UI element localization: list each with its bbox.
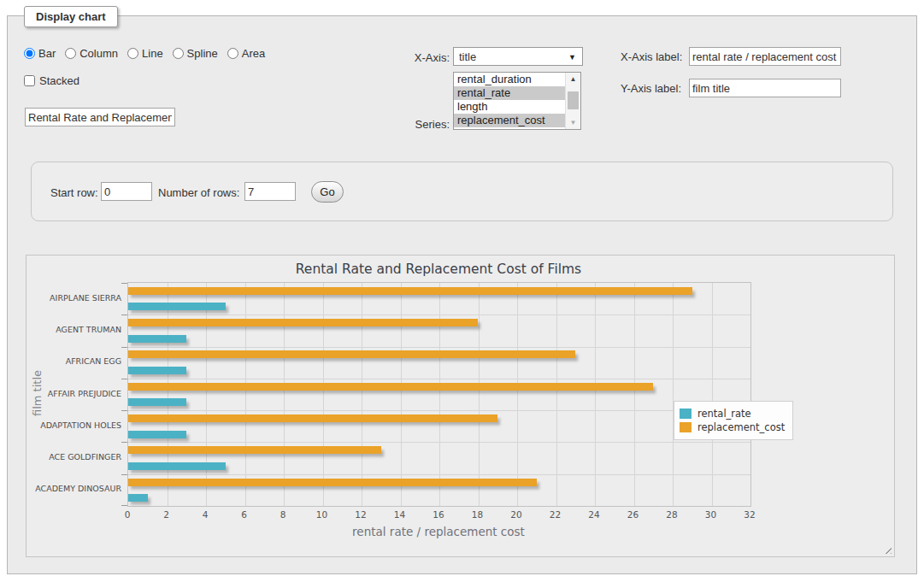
x-axis-tick-label: 12 <box>355 509 366 520</box>
y-axis-tick <box>121 410 127 411</box>
x-axis-select[interactable]: title ▼ <box>453 47 583 66</box>
gridline-vertical <box>439 283 440 506</box>
legend-swatch <box>680 409 692 419</box>
x-axis-tick-label: 0 <box>125 509 131 520</box>
y-axis-label-label: Y-Axis label: <box>621 82 681 95</box>
y-axis-tick <box>121 347 127 348</box>
chart-legend: rental_ratereplacement_cost <box>674 401 793 440</box>
scroll-down-icon[interactable]: ▼ <box>566 116 580 129</box>
chart-type-radio-spline[interactable] <box>173 48 184 59</box>
x-axis-tick-label: 18 <box>472 509 483 520</box>
x-axis-tick-label: 26 <box>627 509 639 520</box>
x-axis-label-input[interactable] <box>689 47 841 66</box>
y-axis-tick <box>121 474 127 475</box>
x-axis-tick-label: 22 <box>550 509 561 520</box>
bar-rental_rate <box>128 398 186 406</box>
y-axis-category-labels: AIRPLANE SIERRAAGENT TRUMANAFRICAN EGGAF… <box>26 282 121 505</box>
x-axis-tick-label: 24 <box>588 509 599 520</box>
gridline-horizontal <box>128 474 750 475</box>
bar-replacement_cost <box>128 319 478 326</box>
row-range-panel: Start row: Number of rows: Go <box>31 162 893 221</box>
x-axis-tick-label: 30 <box>705 509 716 520</box>
gridline-horizontal <box>128 347 750 348</box>
gridline-vertical <box>245 283 246 506</box>
num-rows-label: Number of rows: <box>158 186 239 199</box>
gridline-vertical <box>479 283 480 506</box>
gridline-vertical <box>712 283 713 506</box>
series-multiselect[interactable]: rental_durationrental_ratelengthreplacem… <box>453 72 581 130</box>
scrollbar-thumb[interactable] <box>568 91 579 109</box>
y-axis-tick <box>121 442 127 443</box>
series-option-replacement_cost[interactable]: replacement_cost <box>454 114 566 127</box>
chart-title-input[interactable] <box>25 108 175 126</box>
bar-rental_rate <box>128 367 186 374</box>
category-label: AFFAIR PREJUDICE <box>26 389 121 398</box>
gridline-horizontal <box>128 315 750 315</box>
stacked-label: Stacked <box>39 74 79 87</box>
gridline-horizontal <box>128 379 750 379</box>
x-axis-tick-label: 4 <box>203 509 209 520</box>
series-scrollbar[interactable]: ▲ ▼ <box>565 73 580 129</box>
x-axis-tick-label: 16 <box>433 509 444 520</box>
series-option-length[interactable]: length <box>454 100 566 114</box>
x-axis-tick-label: 20 <box>510 509 521 520</box>
chart-type-option-column[interactable]: Column <box>65 47 118 60</box>
chart-type-option-spline[interactable]: Spline <box>173 47 218 60</box>
chevron-down-icon: ▼ <box>568 48 576 67</box>
category-label: AIRPLANE SIERRA <box>26 293 121 303</box>
legend-label: rental_rate <box>697 408 751 420</box>
chart-type-radio-line[interactable] <box>127 48 138 59</box>
x-axis-tick-label: 32 <box>744 509 755 520</box>
x-axis-label-label: X-Axis label: <box>621 50 682 63</box>
x-axis-tick-label: 28 <box>666 509 677 520</box>
legend-swatch <box>680 422 692 432</box>
bar-replacement_cost <box>128 479 537 486</box>
chart-type-radio-area[interactable] <box>227 48 238 59</box>
gridline-vertical <box>323 283 324 506</box>
stacked-option[interactable]: Stacked <box>24 74 79 87</box>
bar-rental_rate <box>128 494 148 502</box>
go-button[interactable]: Go <box>311 181 344 203</box>
start-row-label: Start row: <box>50 186 98 199</box>
y-axis-tick <box>121 505 127 506</box>
chart-type-option-line[interactable]: Line <box>127 47 163 60</box>
series-select-label: Series: <box>414 118 450 131</box>
series-option-rental_rate[interactable]: rental_rate <box>454 86 566 100</box>
chart-type-radio-column[interactable] <box>65 48 76 59</box>
chart-type-radio-bar[interactable] <box>24 48 35 59</box>
gridline-vertical <box>168 283 168 506</box>
x-axis-tick-label: 2 <box>163 509 169 520</box>
chart-type-radios: BarColumnLineSplineArea <box>24 47 274 60</box>
start-row-input[interactable] <box>101 182 152 201</box>
gridline-horizontal <box>128 442 750 443</box>
chart-type-option-area[interactable]: Area <box>227 47 265 60</box>
category-label: ADAPTATION HOLES <box>26 420 121 430</box>
category-label: ACE GOLDFINGER <box>26 452 121 461</box>
chart-title: Rental Rate and Replacement Cost of Film… <box>127 262 750 277</box>
bar-replacement_cost <box>128 350 575 358</box>
bar-replacement_cost <box>128 383 653 391</box>
gridline-horizontal <box>128 410 750 411</box>
bar-replacement_cost <box>128 414 497 422</box>
chart-type-option-bar[interactable]: Bar <box>24 47 56 60</box>
x-axis-tick-label: 6 <box>241 509 247 520</box>
chart-container: Rental Rate and Replacement Cost of Film… <box>26 255 895 557</box>
x-axis-tick-labels: 02468101214161820222426283032 <box>127 509 750 521</box>
bar-rental_rate <box>128 462 226 470</box>
bar-rental_rate <box>128 335 186 343</box>
scroll-up-icon[interactable]: ▲ <box>566 73 580 85</box>
resize-grip-icon[interactable] <box>882 544 892 554</box>
gridline-vertical <box>556 283 557 506</box>
num-rows-input[interactable] <box>244 182 296 201</box>
category-label: AFRICAN EGG <box>26 356 121 366</box>
gridline-vertical <box>362 283 362 506</box>
bar-replacement_cost <box>128 446 381 454</box>
legend-label: replacement_cost <box>697 421 785 433</box>
y-axis-tick <box>121 315 127 315</box>
gridline-vertical <box>634 283 635 506</box>
series-option-rental_duration[interactable]: rental_duration <box>454 73 566 86</box>
bar-rental_rate <box>128 431 186 438</box>
y-axis-label-input[interactable] <box>689 79 841 97</box>
stacked-checkbox[interactable] <box>24 75 35 86</box>
gridline-vertical <box>517 283 518 506</box>
